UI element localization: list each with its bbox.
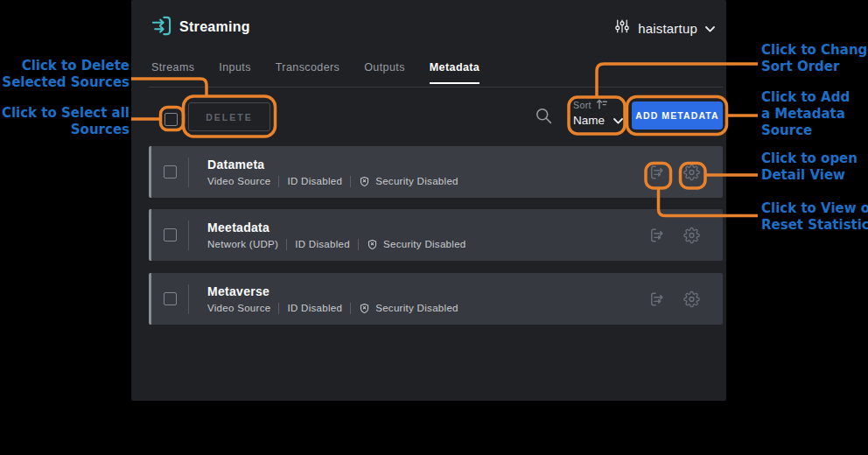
account-name: haistartup bbox=[638, 21, 697, 36]
security-shield-icon bbox=[367, 239, 378, 250]
annotation-change-sort: Click to Change Sort Order bbox=[761, 42, 868, 75]
row-divider bbox=[188, 284, 189, 314]
metadata-source-row[interactable]: Metaverse Video Source ID Disabled Secur… bbox=[149, 273, 723, 325]
row-checkbox[interactable] bbox=[164, 165, 177, 178]
separator bbox=[278, 176, 279, 187]
screenshot-stage: Streaming haistartup Streams Inputs bbox=[0, 0, 868, 455]
account-menu[interactable]: haistartup bbox=[614, 18, 715, 38]
tab-bar: Streams Inputs Transcoders Outputs Metad… bbox=[151, 61, 480, 84]
separator bbox=[286, 239, 287, 250]
security-shield-icon bbox=[359, 176, 370, 187]
row-checkbox[interactable] bbox=[164, 228, 177, 242]
source-security-status: Security Disabled bbox=[383, 239, 466, 249]
chevron-down-icon bbox=[613, 114, 623, 127]
app-window: Streaming haistartup Streams Inputs bbox=[131, 0, 726, 401]
tab-metadata[interactable]: Metadata bbox=[430, 61, 480, 84]
separator bbox=[350, 176, 351, 187]
sort-ascending-icon bbox=[596, 99, 607, 111]
row-divider bbox=[188, 158, 189, 187]
metadata-source-row[interactable]: Meetadata Network (UDP) ID Disabled Secu… bbox=[149, 209, 723, 261]
source-type: Video Source bbox=[207, 176, 270, 186]
source-id-status: ID Disabled bbox=[295, 239, 350, 249]
tabs-divider bbox=[149, 87, 723, 88]
annotation-detail-view: Click to open Detail View bbox=[761, 150, 858, 184]
separator bbox=[350, 303, 351, 314]
source-title: Metaverse bbox=[207, 284, 458, 298]
row-divider bbox=[188, 220, 189, 250]
annotation-select-all: Click to Select all Sources bbox=[2, 105, 130, 138]
settings-gear-icon[interactable] bbox=[683, 164, 700, 180]
separator bbox=[278, 303, 279, 314]
tab-streams[interactable]: Streams bbox=[151, 61, 194, 84]
source-id-status: ID Disabled bbox=[287, 303, 342, 313]
delete-button[interactable]: DELETE bbox=[188, 102, 270, 131]
annotation-delete-sources: Click to Delete Selected Sources bbox=[2, 58, 130, 91]
statistics-icon[interactable] bbox=[649, 227, 666, 243]
annotation-statistics: Click to View or Reset Statistics bbox=[761, 200, 868, 234]
row-checkbox[interactable] bbox=[164, 292, 177, 305]
statistics-icon[interactable] bbox=[649, 164, 666, 180]
source-title: Meetadata bbox=[207, 220, 466, 234]
sort-selected-value: Name bbox=[573, 114, 605, 127]
sort-label: Sort bbox=[573, 100, 592, 110]
separator bbox=[358, 239, 359, 250]
source-type: Video Source bbox=[207, 303, 270, 313]
annotation-add-metadata: Click to Add a Metadata Source bbox=[761, 89, 850, 139]
tab-transcoders[interactable]: Transcoders bbox=[276, 61, 340, 84]
sliders-icon bbox=[614, 18, 630, 38]
streaming-logo-icon bbox=[150, 14, 173, 41]
source-type: Network (UDP) bbox=[207, 239, 278, 249]
page-title: Streaming bbox=[179, 19, 250, 35]
select-all-checkbox[interactable] bbox=[164, 113, 178, 126]
chevron-down-icon bbox=[705, 20, 715, 36]
metadata-source-row[interactable]: Datameta Video Source ID Disabled Securi… bbox=[149, 146, 723, 198]
settings-gear-icon[interactable] bbox=[683, 227, 700, 243]
source-security-status: Security Disabled bbox=[375, 303, 458, 313]
tab-outputs[interactable]: Outputs bbox=[364, 61, 405, 84]
source-title: Datameta bbox=[207, 158, 458, 172]
source-id-status: ID Disabled bbox=[287, 176, 342, 186]
sort-control[interactable]: Sort Name bbox=[573, 99, 623, 127]
security-shield-icon bbox=[359, 303, 370, 314]
statistics-icon[interactable] bbox=[649, 290, 666, 307]
source-security-status: Security Disabled bbox=[375, 176, 458, 186]
tab-inputs[interactable]: Inputs bbox=[219, 61, 250, 84]
search-icon[interactable] bbox=[535, 107, 553, 129]
settings-gear-icon[interactable] bbox=[683, 290, 700, 307]
add-metadata-button[interactable]: ADD METADATA bbox=[632, 102, 723, 130]
